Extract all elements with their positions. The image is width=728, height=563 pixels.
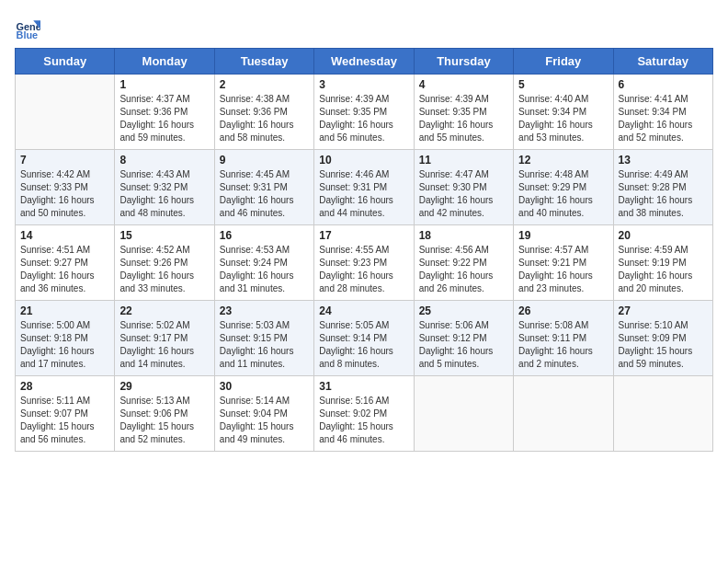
day-number: 23 [220,304,309,317]
weekday-header-thursday: Thursday [414,49,513,75]
calendar-cell: 25Sunrise: 5:06 AM Sunset: 9:12 PM Dayli… [414,301,513,376]
day-info: Sunrise: 5:03 AM Sunset: 9:15 PM Dayligh… [220,319,309,371]
calendar-cell: 1Sunrise: 4:37 AM Sunset: 9:36 PM Daylig… [115,75,214,150]
week-row-3: 14Sunrise: 4:51 AM Sunset: 9:27 PM Dayli… [16,225,713,301]
day-number: 28 [20,380,109,393]
day-info: Sunrise: 5:14 AM Sunset: 9:04 PM Dayligh… [220,395,309,446]
day-info: Sunrise: 5:00 AM Sunset: 9:18 PM Dayligh… [20,319,109,371]
day-info: Sunrise: 5:11 AM Sunset: 9:07 PM Dayligh… [20,395,109,446]
day-number: 9 [220,154,309,167]
day-info: Sunrise: 4:55 AM Sunset: 9:23 PM Dayligh… [319,244,408,295]
calendar-cell: 5Sunrise: 4:40 AM Sunset: 9:34 PM Daylig… [514,75,613,150]
calendar-cell: 21Sunrise: 5:00 AM Sunset: 9:18 PM Dayli… [16,301,115,376]
day-info: Sunrise: 4:56 AM Sunset: 9:22 PM Dayligh… [419,244,508,295]
day-number: 8 [119,154,209,167]
day-number: 29 [119,380,209,393]
calendar-cell [613,376,712,452]
day-info: Sunrise: 5:13 AM Sunset: 9:06 PM Dayligh… [119,395,209,446]
day-number: 6 [619,78,708,91]
day-number: 11 [419,154,508,167]
day-number: 26 [518,304,608,317]
day-info: Sunrise: 5:05 AM Sunset: 9:14 PM Dayligh… [319,319,408,371]
day-number: 2 [220,78,309,91]
week-row-5: 28Sunrise: 5:11 AM Sunset: 9:07 PM Dayli… [16,376,713,452]
day-info: Sunrise: 5:02 AM Sunset: 9:17 PM Dayligh… [119,319,209,371]
day-number: 4 [419,78,508,91]
calendar-cell: 23Sunrise: 5:03 AM Sunset: 9:15 PM Dayli… [214,301,313,376]
day-number: 24 [319,304,408,317]
calendar-cell: 31Sunrise: 5:16 AM Sunset: 9:02 PM Dayli… [314,376,414,452]
calendar-cell: 4Sunrise: 4:39 AM Sunset: 9:35 PM Daylig… [414,75,513,150]
day-number: 1 [119,78,209,91]
day-number: 31 [319,380,408,393]
calendar-cell [414,376,513,452]
day-info: Sunrise: 4:53 AM Sunset: 9:24 PM Dayligh… [220,244,309,295]
weekday-header-row: SundayMondayTuesdayWednesdayThursdayFrid… [16,49,713,75]
day-info: Sunrise: 4:40 AM Sunset: 9:34 PM Dayligh… [518,93,608,144]
calendar-cell: 8Sunrise: 4:43 AM Sunset: 9:32 PM Daylig… [115,150,214,225]
calendar-cell: 14Sunrise: 4:51 AM Sunset: 9:27 PM Dayli… [16,225,115,301]
week-row-1: 1Sunrise: 4:37 AM Sunset: 9:36 PM Daylig… [16,75,713,150]
calendar-cell [16,75,115,150]
day-number: 3 [319,78,408,91]
page-header: General Blue [15,15,713,40]
day-number: 7 [20,154,109,167]
calendar-cell: 12Sunrise: 4:48 AM Sunset: 9:29 PM Dayli… [514,150,613,225]
day-info: Sunrise: 4:59 AM Sunset: 9:19 PM Dayligh… [619,244,708,295]
day-info: Sunrise: 4:37 AM Sunset: 9:36 PM Dayligh… [119,93,209,144]
weekday-header-friday: Friday [514,49,613,75]
week-row-2: 7Sunrise: 4:42 AM Sunset: 9:33 PM Daylig… [16,150,713,225]
calendar-cell: 29Sunrise: 5:13 AM Sunset: 9:06 PM Dayli… [115,376,214,452]
day-number: 18 [419,229,508,242]
day-number: 19 [518,229,608,242]
calendar-cell: 9Sunrise: 4:45 AM Sunset: 9:31 PM Daylig… [214,150,313,225]
weekday-header-sunday: Sunday [16,49,115,75]
logo: General Blue [15,15,44,40]
day-info: Sunrise: 5:10 AM Sunset: 9:09 PM Dayligh… [619,319,708,371]
day-number: 14 [20,229,109,242]
calendar-cell: 2Sunrise: 4:38 AM Sunset: 9:36 PM Daylig… [214,75,313,150]
day-info: Sunrise: 5:16 AM Sunset: 9:02 PM Dayligh… [319,395,408,446]
day-number: 10 [319,154,408,167]
day-info: Sunrise: 4:45 AM Sunset: 9:31 PM Dayligh… [220,168,309,220]
day-number: 25 [419,304,508,317]
day-number: 30 [220,380,309,393]
day-info: Sunrise: 4:39 AM Sunset: 9:35 PM Dayligh… [419,93,508,144]
calendar-cell: 15Sunrise: 4:52 AM Sunset: 9:26 PM Dayli… [115,225,214,301]
day-info: Sunrise: 4:43 AM Sunset: 9:32 PM Dayligh… [119,168,209,220]
calendar-cell: 26Sunrise: 5:08 AM Sunset: 9:11 PM Dayli… [514,301,613,376]
calendar-cell: 3Sunrise: 4:39 AM Sunset: 9:35 PM Daylig… [314,75,414,150]
day-info: Sunrise: 4:49 AM Sunset: 9:28 PM Dayligh… [619,168,708,220]
calendar-cell: 10Sunrise: 4:46 AM Sunset: 9:31 PM Dayli… [314,150,414,225]
day-info: Sunrise: 4:39 AM Sunset: 9:35 PM Dayligh… [319,93,408,144]
weekday-header-monday: Monday [115,49,214,75]
day-number: 5 [518,78,608,91]
day-number: 22 [119,304,209,317]
calendar-cell: 24Sunrise: 5:05 AM Sunset: 9:14 PM Dayli… [314,301,414,376]
day-number: 15 [119,229,209,242]
weekday-header-saturday: Saturday [613,49,712,75]
week-row-4: 21Sunrise: 5:00 AM Sunset: 9:18 PM Dayli… [16,301,713,376]
calendar-cell: 11Sunrise: 4:47 AM Sunset: 9:30 PM Dayli… [414,150,513,225]
day-number: 17 [319,229,408,242]
calendar-table: SundayMondayTuesdayWednesdayThursdayFrid… [15,48,713,452]
day-number: 13 [619,154,708,167]
day-number: 12 [518,154,608,167]
logo-icon: General Blue [15,15,40,40]
day-info: Sunrise: 4:57 AM Sunset: 9:21 PM Dayligh… [518,244,608,295]
calendar-cell: 13Sunrise: 4:49 AM Sunset: 9:28 PM Dayli… [613,150,712,225]
calendar-cell: 20Sunrise: 4:59 AM Sunset: 9:19 PM Dayli… [613,225,712,301]
svg-text:Blue: Blue [17,29,39,40]
calendar-cell: 17Sunrise: 4:55 AM Sunset: 9:23 PM Dayli… [314,225,414,301]
calendar-cell: 7Sunrise: 4:42 AM Sunset: 9:33 PM Daylig… [16,150,115,225]
calendar-cell: 16Sunrise: 4:53 AM Sunset: 9:24 PM Dayli… [214,225,313,301]
calendar-cell: 27Sunrise: 5:10 AM Sunset: 9:09 PM Dayli… [613,301,712,376]
day-info: Sunrise: 4:52 AM Sunset: 9:26 PM Dayligh… [119,244,209,295]
day-number: 21 [20,304,109,317]
day-info: Sunrise: 4:42 AM Sunset: 9:33 PM Dayligh… [20,168,109,220]
day-info: Sunrise: 5:08 AM Sunset: 9:11 PM Dayligh… [518,319,608,371]
day-number: 16 [220,229,309,242]
calendar-cell: 19Sunrise: 4:57 AM Sunset: 9:21 PM Dayli… [514,225,613,301]
calendar-cell: 28Sunrise: 5:11 AM Sunset: 9:07 PM Dayli… [16,376,115,452]
calendar-cell [514,376,613,452]
